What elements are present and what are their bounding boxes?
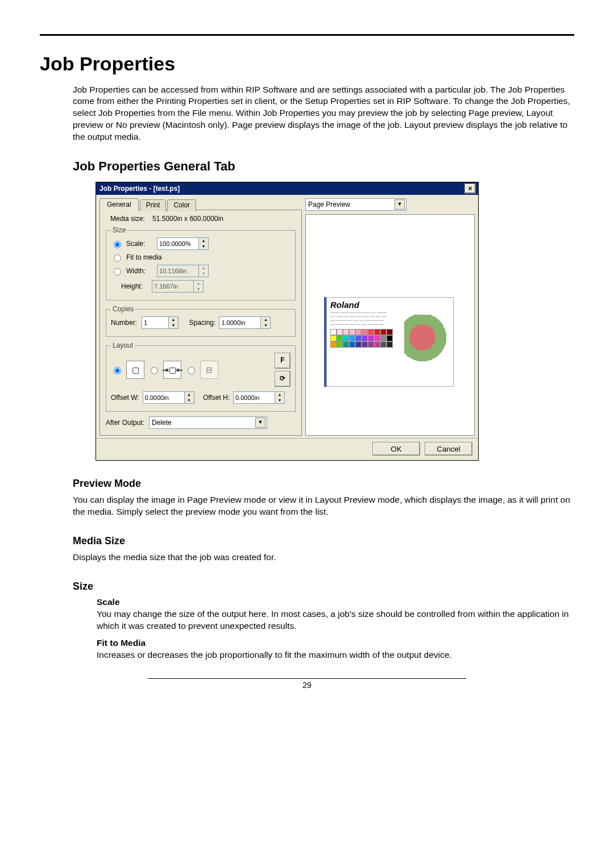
height-input [152,281,193,292]
preview-thumbnail: Roland ──── ─── ─── ── ─── ── ──── ── ──… [326,297,454,387]
close-button[interactable]: × [464,183,476,194]
flip-button[interactable]: F [275,353,291,369]
page-number: 29 [148,678,466,690]
fit-radio[interactable] [114,254,121,262]
preview-image-icon [404,315,450,372]
layout-option-1[interactable]: ▢ [126,361,144,379]
tab-general[interactable]: General [99,198,139,210]
width-label: Width: [126,267,154,275]
copies-legend: Copies [111,305,135,313]
copies-group: Copies Number: ▲▼ Spacing: ▲▼ [106,305,296,337]
layout-group: Layout ▢ ⇥▢⇤ ⊟ F ⟳ [106,341,296,412]
offsetw-spinner[interactable]: ▲▼ [143,391,194,404]
fit-label: Fit to media [126,253,162,261]
offseth-spinner[interactable]: ▲▼ [233,391,285,404]
after-output-select[interactable]: Delete ▼ [149,416,267,429]
size-heading: Size [73,581,574,592]
ok-button[interactable]: OK [372,442,420,456]
tab-color[interactable]: Color [167,199,196,211]
scale-subheading: Scale [97,597,574,607]
number-spinner[interactable]: ▲▼ [142,316,179,329]
layout-radio-2[interactable] [151,367,158,374]
media-size-heading: Media Size [73,535,574,547]
cancel-button[interactable]: Cancel [425,442,472,456]
after-output-value: Delete [152,419,172,427]
job-properties-dialog: Job Properties - [test.ps] × General Pri… [96,182,479,461]
preview-mode-value: Page Preview [308,201,350,208]
scale-radio[interactable] [114,241,121,248]
tab-print[interactable]: Print [140,199,167,211]
layout-radio-3[interactable] [188,367,195,374]
dialog-title: Job Properties - [test.ps] [99,185,180,193]
preview-area: Roland ──── ─── ─── ── ─── ── ──── ── ──… [305,214,475,436]
layout-option-3[interactable]: ⊟ [200,361,218,379]
height-spinner: ▲▼ [152,280,204,293]
offseth-input[interactable] [234,392,275,403]
media-size-text: Displays the media size that the job was… [73,552,574,564]
size-group: Size Scale: ▲▼ Fit to media [106,226,296,301]
color-swatches [330,329,393,348]
layout-legend: Layout [111,341,135,349]
preview-mode-heading: Preview Mode [73,478,574,490]
scale-label: Scale: [126,240,154,248]
number-label: Number: [111,319,138,327]
preview-brand: Roland [330,300,450,310]
section-heading: Job Properties General Tab [73,159,574,174]
offseth-label: Offset H: [203,394,230,402]
spacing-spinner[interactable]: ▲▼ [219,316,271,329]
spacing-input[interactable] [219,317,260,328]
height-label: Height: [121,282,148,290]
spacing-label: Spacing: [189,319,216,327]
chevron-down-icon[interactable]: ▼ [255,418,265,428]
media-size-value: 51.5000in x 600.0000in [152,215,223,223]
page-title: Job Properties [40,53,574,75]
fit-subheading: Fit to Media [97,638,574,648]
after-output-label: After Output: [106,419,146,427]
intro-paragraph: Job Properties can be accessed from with… [73,84,574,144]
scale-text: You may change the size of the output he… [97,608,574,632]
scale-input[interactable] [157,238,198,249]
size-legend: Size [111,226,127,234]
offsetw-label: Offset W: [111,394,139,402]
scale-spinner[interactable]: ▲▼ [157,237,209,250]
width-input [157,265,198,277]
width-radio[interactable] [114,268,121,276]
fit-text: Increases or decreases the job proportio… [97,649,574,661]
width-spinner: ▲▼ [157,265,209,277]
preview-mode-select[interactable]: Page Preview ▼ [305,198,406,211]
offsetw-input[interactable] [143,392,184,403]
media-size-label: Media size: [110,215,145,223]
number-input[interactable] [142,317,168,328]
layout-option-2[interactable]: ⇥▢⇤ [163,361,181,379]
chevron-down-icon[interactable]: ▼ [395,199,405,210]
rotate-button[interactable]: ⟳ [275,371,291,387]
layout-radio-1[interactable] [114,367,121,374]
preview-mode-text: You can display the image in Page Previe… [73,494,574,518]
